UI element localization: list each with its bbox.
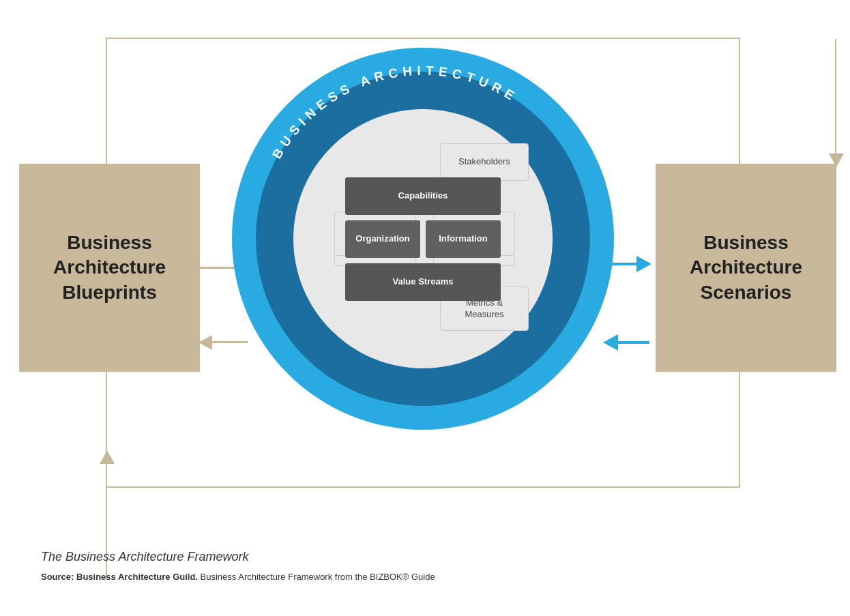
capabilities-box: Capabilities (345, 177, 501, 215)
blueprints-label: Business Architecture Blueprints (53, 231, 166, 305)
organization-box: Organization (345, 220, 420, 258)
blue-arrow-left (605, 341, 649, 344)
caption-area: The Business Architecture Framework Sour… (41, 550, 435, 582)
scenarios-label: Business Architecture Scenarios (690, 231, 802, 305)
information-box: Information (426, 220, 501, 258)
caption-italic: The Business Architecture Framework (41, 550, 435, 564)
value-streams-box: Value Streams (345, 263, 501, 301)
blueprints-box: Business Architecture Blueprints (19, 164, 200, 372)
arrow-from-circle-left (200, 341, 248, 343)
center-grid: Capabilities Organization Information Va… (345, 177, 501, 301)
blue-arrow-right (605, 263, 649, 265)
circle-outer: Stakeholders Policies, Rules, Regulation… (232, 48, 614, 430)
caption-source: Source: Business Architecture Guild. Bus… (41, 570, 435, 582)
circle-inner: Stakeholders Policies, Rules, Regulation… (256, 72, 590, 406)
stakeholders-box: Stakeholders (440, 143, 529, 181)
main-diagram: Business Architecture Blueprints Busines… (0, 0, 850, 616)
source-bold: Source: Business Architecture Guild. (41, 572, 198, 582)
circle-white: Stakeholders Policies, Rules, Regulation… (293, 109, 553, 368)
arrow-down-right (835, 39, 836, 165)
scenarios-box: Business Architecture Scenarios (656, 164, 836, 372)
